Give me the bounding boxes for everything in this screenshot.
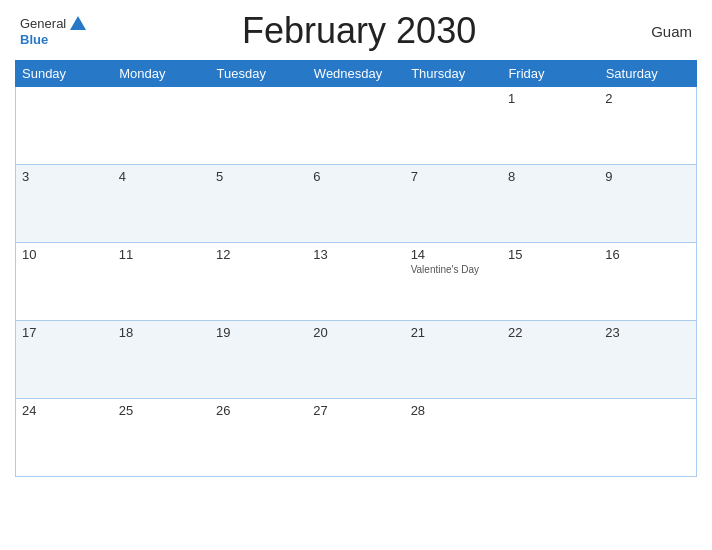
calendar-cell: 6 (307, 165, 404, 243)
day-headers-row: SundayMondayTuesdayWednesdayThursdayFrid… (16, 61, 697, 87)
day-number: 20 (313, 325, 398, 340)
calendar-cell (113, 87, 210, 165)
calendar-cell: 7 (405, 165, 502, 243)
day-number: 27 (313, 403, 398, 418)
calendar-cell (599, 399, 696, 477)
calendar-cell: 4 (113, 165, 210, 243)
day-number: 16 (605, 247, 690, 262)
calendar-cell: 13 (307, 243, 404, 321)
day-number: 5 (216, 169, 301, 184)
week-row-5: 2425262728 (16, 399, 697, 477)
event-label: Valentine's Day (411, 264, 496, 275)
calendar-cell (307, 87, 404, 165)
calendar-cell: 11 (113, 243, 210, 321)
day-number: 22 (508, 325, 593, 340)
calendar-cell: 27 (307, 399, 404, 477)
calendar-cell: 17 (16, 321, 113, 399)
column-header-monday: Monday (113, 61, 210, 87)
calendar-container: General Blue February 2030 Guam SundayMo… (0, 0, 712, 550)
calendar-cell (502, 399, 599, 477)
calendar-cell: 2 (599, 87, 696, 165)
calendar-cell: 15 (502, 243, 599, 321)
day-number: 4 (119, 169, 204, 184)
column-header-sunday: Sunday (16, 61, 113, 87)
column-header-tuesday: Tuesday (210, 61, 307, 87)
calendar-cell: 8 (502, 165, 599, 243)
day-number: 10 (22, 247, 107, 262)
calendar-cell: 1 (502, 87, 599, 165)
day-number: 6 (313, 169, 398, 184)
day-number: 7 (411, 169, 496, 184)
calendar-cell: 12 (210, 243, 307, 321)
week-row-3: 1011121314Valentine's Day1516 (16, 243, 697, 321)
day-number: 19 (216, 325, 301, 340)
day-number: 24 (22, 403, 107, 418)
day-number: 3 (22, 169, 107, 184)
column-header-saturday: Saturday (599, 61, 696, 87)
column-header-wednesday: Wednesday (307, 61, 404, 87)
calendar-cell: 21 (405, 321, 502, 399)
calendar-cell: 19 (210, 321, 307, 399)
week-row-2: 3456789 (16, 165, 697, 243)
calendar-cell: 9 (599, 165, 696, 243)
logo-blue-text: Blue (20, 32, 48, 47)
calendar-cell: 18 (113, 321, 210, 399)
day-number: 14 (411, 247, 496, 262)
calendar-cell (16, 87, 113, 165)
day-number: 28 (411, 403, 496, 418)
day-number: 17 (22, 325, 107, 340)
day-number: 13 (313, 247, 398, 262)
calendar-cell: 24 (16, 399, 113, 477)
logo-triangle-icon (70, 16, 86, 30)
calendar-cell (405, 87, 502, 165)
calendar-table: SundayMondayTuesdayWednesdayThursdayFrid… (15, 60, 697, 477)
calendar-cell: 26 (210, 399, 307, 477)
calendar-cell: 23 (599, 321, 696, 399)
day-number: 9 (605, 169, 690, 184)
day-number: 15 (508, 247, 593, 262)
day-number: 18 (119, 325, 204, 340)
calendar-cell: 25 (113, 399, 210, 477)
logo: General Blue (20, 16, 86, 47)
week-row-1: 12 (16, 87, 697, 165)
day-number: 2 (605, 91, 690, 106)
day-number: 12 (216, 247, 301, 262)
calendar-cell: 22 (502, 321, 599, 399)
calendar-cell: 28 (405, 399, 502, 477)
day-number: 26 (216, 403, 301, 418)
calendar-title: February 2030 (86, 10, 632, 52)
week-row-4: 17181920212223 (16, 321, 697, 399)
calendar-cell: 5 (210, 165, 307, 243)
calendar-cell: 10 (16, 243, 113, 321)
day-number: 1 (508, 91, 593, 106)
calendar-cell: 3 (16, 165, 113, 243)
calendar-cell: 16 (599, 243, 696, 321)
region-label: Guam (632, 23, 692, 40)
column-header-friday: Friday (502, 61, 599, 87)
calendar-cell (210, 87, 307, 165)
day-number: 23 (605, 325, 690, 340)
logo-general-text: General (20, 16, 66, 31)
day-number: 11 (119, 247, 204, 262)
calendar-cell: 20 (307, 321, 404, 399)
column-header-thursday: Thursday (405, 61, 502, 87)
day-number: 21 (411, 325, 496, 340)
header: General Blue February 2030 Guam (15, 10, 697, 52)
calendar-cell: 14Valentine's Day (405, 243, 502, 321)
day-number: 8 (508, 169, 593, 184)
day-number: 25 (119, 403, 204, 418)
